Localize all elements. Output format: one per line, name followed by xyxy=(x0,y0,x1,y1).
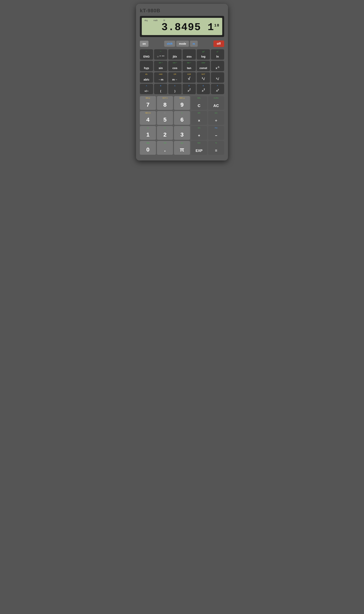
btn-0-label: 0 xyxy=(146,146,150,153)
btn-3[interactable]: T 3 xyxy=(174,126,190,140)
ln-button[interactable]: ex ln xyxy=(211,49,224,60)
rparen-button[interactable]: C ) xyxy=(168,84,182,94)
display-exponent: 18 xyxy=(214,23,220,27)
btn-pi[interactable]: gra π xyxy=(174,141,190,155)
yrt-button[interactable]: y√ xyxy=(211,72,224,83)
log-sub: 10x xyxy=(197,50,210,53)
btn-5[interactable]: − 5 xyxy=(157,111,173,125)
sin-sub: sin⁻¹ xyxy=(154,62,167,64)
quotes-button[interactable]: ← ○ " "" xyxy=(154,49,167,60)
btn-mul-top: nPr xyxy=(191,112,207,114)
btn-c[interactable]: DEL C xyxy=(191,96,207,110)
xor-sub: XOR xyxy=(182,73,196,75)
off-button[interactable]: off xyxy=(213,41,224,47)
plusminus-label: +/− xyxy=(144,89,149,93)
btn-4-label: 4 xyxy=(146,116,150,123)
btn-3-label: 3 xyxy=(181,131,184,138)
lparen-button[interactable]: B ( xyxy=(154,84,167,94)
btn-8-label: 8 xyxy=(163,101,167,108)
btn-mul[interactable]: nPr × xyxy=(191,111,207,125)
num-row-3: M 1 G 2 T 3 Σm + Πm − xyxy=(140,126,224,140)
abc-sub: d/c xyxy=(140,73,153,75)
f-sub: F xyxy=(211,85,224,87)
btn-4-top: HEX m xyxy=(140,112,156,114)
func-row-3: d/c ab/c AND →m OR m→ XOR √ NOT 3√ y√ xyxy=(140,72,224,83)
arrow-m-button[interactable]: AND →m xyxy=(154,72,167,83)
func-row-2: hyp sin⁻¹ sin cos⁻¹ cos tan⁻¹ tan conv c… xyxy=(140,61,224,71)
btn-7[interactable]: BIN p 7 xyxy=(140,96,156,110)
btn-2[interactable]: G 2 xyxy=(157,126,173,140)
btn-1[interactable]: M 1 xyxy=(140,126,156,140)
plusminus-button[interactable]: A +/− xyxy=(140,84,153,94)
btn-6-label: 6 xyxy=(181,116,184,123)
tan-button[interactable]: tan⁻¹ tan xyxy=(182,61,196,71)
btn-9-top: DEC μ xyxy=(174,97,190,99)
hyp-label: hyp xyxy=(144,66,149,70)
btn-8[interactable]: OCT n 8 xyxy=(157,96,173,110)
btn-6[interactable]: k 6 xyxy=(174,111,190,125)
const-sub: conv xyxy=(197,62,210,64)
function-rows: ← ENG ← ○ " "" ∫dx d/dx 10x log ex ln xyxy=(140,49,224,94)
btn-exp[interactable]: trnc EXP xyxy=(191,141,207,155)
integral-button[interactable]: ∫dx xyxy=(168,49,182,60)
btn-minus-label: − xyxy=(215,134,217,138)
display-indicators: deg math M xyxy=(144,19,220,21)
xcube-button[interactable]: E x3 xyxy=(197,84,210,94)
e-sub: E xyxy=(197,85,210,87)
eng-button[interactable]: ← ENG xyxy=(140,49,153,60)
xpowy-label: xy xyxy=(216,88,219,93)
indicator-m: M xyxy=(163,19,165,21)
btn-mul-label: × xyxy=(198,119,200,123)
ln-label: ln xyxy=(216,55,219,58)
btn-equals-label: = xyxy=(215,149,217,153)
xinv-button[interactable]: x-1 xyxy=(211,61,224,71)
indicator-math: math xyxy=(154,19,158,21)
btn-ac[interactable]: CLRm AC xyxy=(208,96,224,110)
btn-4[interactable]: HEX m 4 xyxy=(140,111,156,125)
btn-div[interactable]: nCr ÷ xyxy=(208,111,224,125)
cbrt-label: 3√ xyxy=(202,77,205,81)
derivative-button[interactable]: d/dx xyxy=(182,49,196,60)
ln-sub: ex xyxy=(211,50,224,53)
lparen-label: ( xyxy=(160,89,161,93)
hyp-button[interactable]: hyp xyxy=(140,61,153,71)
m-button[interactable]: m xyxy=(190,41,198,47)
display-value: 3.8495 118 xyxy=(144,22,220,33)
on-button[interactable]: on xyxy=(140,41,148,47)
xsq-button[interactable]: D x2 xyxy=(182,84,196,94)
quotes-arrow: ← xyxy=(154,50,167,53)
btn-9[interactable]: DEC μ 9 xyxy=(174,96,190,110)
arrow-m-label: →m xyxy=(158,78,163,81)
btn-pi-top: gra xyxy=(174,142,190,144)
and-sub: AND xyxy=(154,73,167,75)
sin-button[interactable]: sin⁻¹ sin xyxy=(154,61,167,71)
m-arrow-label: m→ xyxy=(172,78,178,81)
sqrt-button[interactable]: XOR √ xyxy=(182,72,196,83)
btn-dot[interactable]: rad . xyxy=(157,141,173,155)
btn-2-top: G xyxy=(157,127,173,129)
btn-2-label: 2 xyxy=(163,131,167,138)
xpowy-button[interactable]: F xy xyxy=(211,84,224,94)
btn-equals[interactable]: % = xyxy=(208,141,224,155)
btn-6-top: k xyxy=(174,112,190,114)
abc-button[interactable]: d/c ab/c xyxy=(140,72,153,83)
cbrt-button[interactable]: NOT 3√ xyxy=(197,72,210,83)
rparen-label: ) xyxy=(174,89,175,93)
btn-0[interactable]: deg 0 xyxy=(140,141,156,155)
mode-button[interactable]: mode xyxy=(176,41,189,47)
cos-button[interactable]: cos⁻¹ cos xyxy=(168,61,182,71)
btn-ac-top: CLRm xyxy=(208,97,224,99)
shift-button[interactable]: shift xyxy=(164,41,175,47)
xinv-label: x-1 xyxy=(216,66,219,70)
m-arrow-button[interactable]: OR m→ xyxy=(168,72,182,83)
btn-plus[interactable]: Σm + xyxy=(191,126,207,140)
btn-minus[interactable]: Πm − xyxy=(208,126,224,140)
abc-label: ab/c xyxy=(144,78,149,81)
btn-7-top: BIN p xyxy=(140,97,156,99)
log-button[interactable]: 10x log xyxy=(197,49,210,60)
const-button[interactable]: conv const xyxy=(197,61,210,71)
func-row-1: ← ENG ← ○ " "" ∫dx d/dx 10x log ex ln xyxy=(140,49,224,60)
xcube-label: x3 xyxy=(202,88,205,93)
indicator-deg: deg xyxy=(144,19,148,21)
btn-9-label: 9 xyxy=(181,101,184,108)
